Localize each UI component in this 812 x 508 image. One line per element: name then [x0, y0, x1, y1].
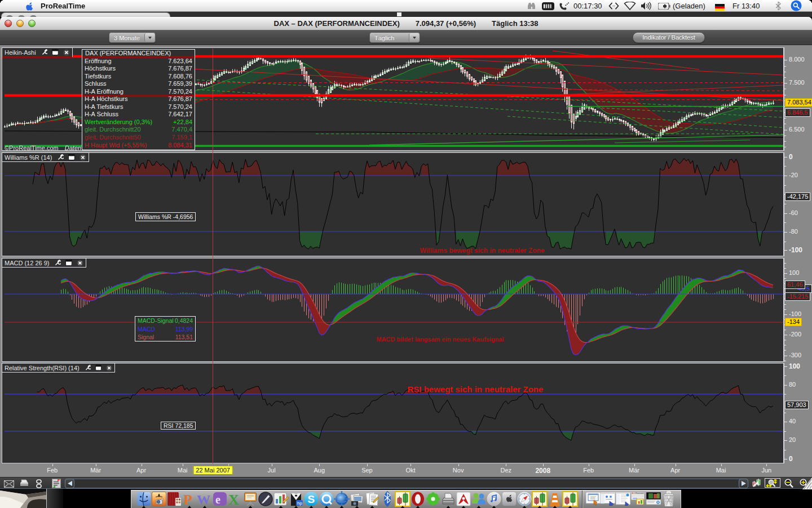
- window-icon[interactable]: [65, 260, 72, 266]
- chart-canvas-williams[interactable]: [2, 153, 783, 256]
- phone-icon[interactable]: [559, 1, 570, 11]
- binoculars-icon[interactable]: [527, 1, 536, 11]
- volume-icon[interactable]: [641, 1, 652, 11]
- menu-app-name[interactable]: ProRealTime: [41, 2, 85, 10]
- dock-icon-bluetooth[interactable]: [379, 491, 395, 507]
- wrench-icon[interactable]: [42, 49, 48, 55]
- close-panel-icon[interactable]: [63, 49, 70, 56]
- period-dropdown[interactable]: Täglich: [369, 32, 420, 43]
- indicator-backtest-button[interactable]: Indikator / Backtest: [633, 32, 705, 43]
- dock-minimized-chart-window[interactable]: [646, 492, 661, 508]
- dock-icon-icq[interactable]: [425, 491, 441, 507]
- spotlight-icon[interactable]: [791, 1, 802, 10]
- dock-icon-keynote[interactable]: [242, 491, 258, 507]
- keyboard-viewer-icon[interactable]: [542, 1, 554, 11]
- dock-minimized-dialog-window[interactable]: Please wait: [631, 492, 646, 507]
- dock-trash[interactable]: [661, 491, 676, 508]
- running-indicator: [293, 506, 299, 508]
- sync-arrows-icon[interactable]: [608, 1, 619, 11]
- dock-minimized-doc-window[interactable]: [586, 492, 601, 508]
- dock-icon-ichat[interactable]: [471, 491, 487, 507]
- dock-icon-ink[interactable]: [258, 491, 273, 507]
- apple-menu-icon[interactable]: [25, 2, 34, 13]
- window-icon[interactable]: [52, 49, 59, 55]
- x-axis-label: Dez: [501, 467, 512, 474]
- dock-icon-opera[interactable]: [410, 491, 426, 507]
- flag-de-icon[interactable]: [715, 2, 725, 12]
- panel-header-williams[interactable]: Williams %R (14): [2, 152, 89, 162]
- panel-header-macd[interactable]: MACD (12 26 9): [2, 258, 86, 268]
- airport-icon[interactable]: [624, 1, 636, 11]
- dock-icon-charttool[interactable]: [273, 491, 289, 507]
- wrench-icon[interactable]: [85, 365, 91, 371]
- scale-tick-minor: [784, 72, 786, 72]
- dock-minimized-list-window[interactable]: [616, 492, 630, 508]
- panel-header-rsi[interactable]: Relative Strength(RSI) (14): [2, 363, 115, 373]
- scroll-left-button[interactable]: [65, 479, 74, 488]
- scale-tick: [784, 60, 787, 60]
- print-icon[interactable]: [19, 479, 29, 490]
- menu-clock[interactable]: Fr 13:40: [732, 2, 760, 10]
- window-icon[interactable]: [68, 154, 75, 160]
- dock-icon-safari[interactable]: [517, 491, 532, 507]
- dock-icon-printer[interactable]: [440, 491, 456, 507]
- dock-icon-acrobat[interactable]: [456, 491, 471, 507]
- dock-icon-excel[interactable]: X: [227, 491, 243, 507]
- links-icon[interactable]: [36, 479, 42, 491]
- dock-icon-iphoto[interactable]: [151, 491, 167, 507]
- scale-tick-minor: [784, 135, 786, 136]
- dock-icon-frontrow[interactable]: [501, 491, 517, 507]
- scale-tick-minor: [784, 185, 786, 186]
- window-icon[interactable]: [95, 365, 102, 371]
- dock-icon-globe[interactable]: [334, 491, 350, 507]
- horizontal-scrollbar[interactable]: [65, 479, 748, 488]
- dock-icon-prorealtime[interactable]: [395, 491, 411, 507]
- battery-icon[interactable]: [658, 1, 670, 11]
- close-panel-icon[interactable]: [106, 365, 112, 371]
- bluetooth-menu-icon[interactable]: [775, 1, 781, 11]
- chevron-down-icon[interactable]: [409, 33, 419, 42]
- dock-icon-entourage[interactable]: e: [212, 491, 228, 507]
- running-indicator: [476, 506, 482, 508]
- dock-icon-vlc[interactable]: [547, 491, 563, 507]
- scale-tick: [784, 459, 787, 459]
- dock-icon-prorealtime[interactable]: [562, 491, 578, 507]
- scale-tick-minor: [784, 361, 786, 361]
- report-icon[interactable]: [52, 479, 61, 491]
- close-panel-icon[interactable]: [80, 154, 86, 161]
- x-axis-label: 2008: [535, 467, 550, 475]
- dock-icon-prorealtime[interactable]: [532, 491, 548, 507]
- chart-canvas-macd[interactable]: [2, 259, 783, 361]
- dock-minimized-finder-window[interactable]: [601, 492, 615, 508]
- wrench-icon[interactable]: [55, 260, 61, 266]
- scale-label: -100: [789, 310, 801, 317]
- dock-icon-quicktime[interactable]: [319, 491, 334, 507]
- zoom-out-icon[interactable]: [784, 479, 794, 491]
- scale-tick: [784, 213, 787, 214]
- wrench-icon[interactable]: [58, 154, 64, 160]
- menu-battery-label[interactable]: (Geladen): [673, 2, 705, 10]
- dock-icon-butler[interactable]: hp: [288, 491, 304, 507]
- window-titlebar[interactable]: DAX – DAX (PERFORMANCEINDEX)7.094,37 (+0…: [0, 17, 812, 30]
- close-panel-icon[interactable]: [77, 260, 83, 266]
- dock-icon-photobooth[interactable]: [166, 491, 182, 507]
- menu-bar: ProRealTime 00:17:30 (Geladen) Fr 13:40: [0, 0, 812, 12]
- scroll-right-button[interactable]: [739, 479, 748, 488]
- dock-icon-finder[interactable]: [136, 491, 152, 507]
- dock-icon-photos[interactable]: [349, 491, 365, 507]
- chart-canvas-rsi[interactable]: [2, 364, 783, 463]
- chart-settings-icon[interactable]: [752, 479, 761, 491]
- chevron-down-icon[interactable]: [144, 33, 155, 42]
- dock-icon-itunes[interactable]: [486, 491, 502, 507]
- mail-icon[interactable]: [4, 480, 14, 490]
- menu-timer[interactable]: 00:17:30: [573, 2, 602, 10]
- running-indicator: [324, 506, 329, 508]
- range-dropdown[interactable]: 3 Monate: [109, 32, 156, 43]
- crosshair-cursor-line: [213, 49, 213, 464]
- panel-header-heikin[interactable]: Heikin-Ashi: [2, 47, 73, 57]
- pan-zoom-icon[interactable]: [765, 478, 780, 488]
- dock-icon-powerpoint[interactable]: P: [182, 491, 197, 507]
- dock-icon-word[interactable]: W: [197, 491, 213, 507]
- dock-icon-textdocs[interactable]: [364, 491, 380, 507]
- dock-icon-skype[interactable]: S: [303, 491, 319, 507]
